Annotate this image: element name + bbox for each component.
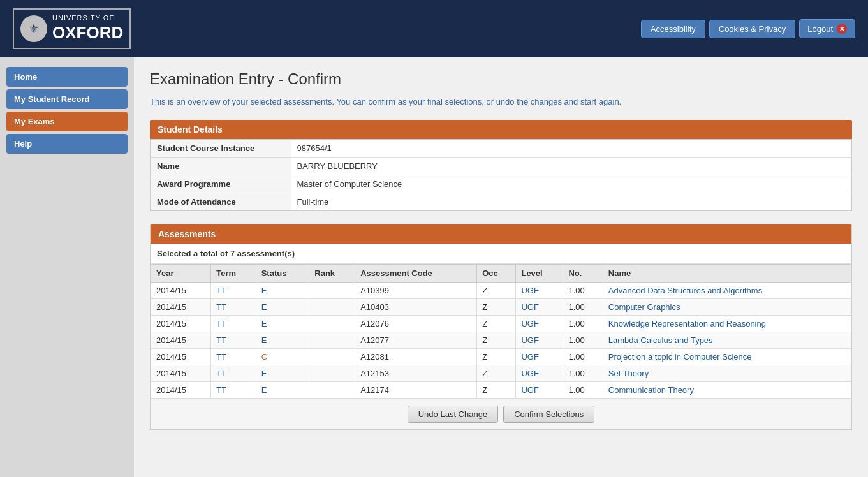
page-title: Examination Entry - Confirm (150, 70, 852, 88)
cell-term: TT (211, 348, 256, 365)
cell-status: E (256, 365, 309, 381)
detail-value: 987654/1 (291, 139, 852, 157)
column-header: Status (256, 264, 309, 282)
sidebar: Home My Student Record My Exams Help (0, 57, 134, 477)
cell-term: TT (211, 315, 256, 332)
university-crest: ⚜ (20, 15, 47, 42)
column-header: Year (151, 264, 211, 282)
assessment-row: 2014/15 TT E A10399 Z UGF 1.00 Advanced … (151, 282, 851, 298)
cell-term: TT (211, 298, 256, 315)
cell-code: A10403 (355, 298, 477, 315)
cell-year: 2014/15 (151, 332, 211, 348)
cell-status: E (256, 315, 309, 332)
cell-rank (309, 315, 355, 332)
detail-label: Student Course Instance (151, 139, 291, 157)
student-details-table: Student Course Instance987654/1NameBARRY… (150, 139, 852, 211)
column-header: Assessment Code (355, 264, 477, 282)
logout-label: Logout (807, 24, 833, 34)
cell-no: 1.00 (563, 381, 603, 398)
cell-rank (309, 298, 355, 315)
cell-code: A10399 (355, 282, 477, 298)
cell-occ: Z (477, 365, 516, 381)
assessment-row: 2014/15 TT E A12077 Z UGF 1.00 Lambda Ca… (151, 332, 851, 348)
cookies-privacy-button[interactable]: Cookies & Privacy (709, 20, 795, 38)
cell-no: 1.00 (563, 332, 603, 348)
assessment-row: 2014/15 TT E A12153 Z UGF 1.00 Set Theor… (151, 365, 851, 381)
cell-level: UGF (516, 282, 563, 298)
cell-name: Project on a topic in Computer Science (603, 348, 851, 365)
student-detail-row: Award ProgrammeMaster of Computer Scienc… (151, 175, 852, 193)
cell-term: TT (211, 332, 256, 348)
info-text: This is an overview of your selected ass… (150, 96, 852, 108)
cell-status: E (256, 298, 309, 315)
cell-no: 1.00 (563, 298, 603, 315)
cell-level: UGF (516, 381, 563, 398)
sidebar-item-help[interactable]: Help (6, 134, 128, 154)
assessment-row: 2014/15 TT E A12174 Z UGF 1.00 Communica… (151, 381, 851, 398)
cell-no: 1.00 (563, 365, 603, 381)
university-name: UNIVERSITY OF OXFORD (52, 13, 123, 44)
detail-value: BARRY BLUEBERRY (291, 157, 852, 175)
logo-box: ⚜ UNIVERSITY OF OXFORD (13, 8, 131, 49)
cell-level: UGF (516, 348, 563, 365)
university-line: UNIVERSITY OF (52, 13, 123, 22)
cell-year: 2014/15 (151, 365, 211, 381)
cell-status: E (256, 332, 309, 348)
student-detail-row: Mode of AttendanceFull-time (151, 193, 852, 210)
cell-year: 2014/15 (151, 348, 211, 365)
cell-term: TT (211, 282, 256, 298)
sidebar-item-my-student-record[interactable]: My Student Record (6, 89, 128, 109)
assessments-header: Assessments (151, 224, 851, 244)
accessibility-button[interactable]: Accessibility (641, 20, 705, 38)
cell-rank (309, 381, 355, 398)
cell-status: E (256, 381, 309, 398)
cell-status: C (256, 348, 309, 365)
cell-occ: Z (477, 315, 516, 332)
cell-name: Knowledge Representation and Reasoning (603, 315, 851, 332)
detail-label: Name (151, 157, 291, 175)
cell-term: TT (211, 381, 256, 398)
assessment-row: 2014/15 TT E A12076 Z UGF 1.00 Knowledge… (151, 315, 851, 332)
cell-year: 2014/15 (151, 381, 211, 398)
cell-name: Lambda Calculus and Types (603, 332, 851, 348)
cell-year: 2014/15 (151, 315, 211, 332)
main-container: Home My Student Record My Exams Help Exa… (0, 57, 868, 477)
sidebar-item-home[interactable]: Home (6, 67, 128, 87)
logout-close-icon: ✕ (837, 24, 847, 34)
cell-code: A12076 (355, 315, 477, 332)
cell-rank (309, 282, 355, 298)
column-header: Name (603, 264, 851, 282)
assessments-section: Assessments Selected a total of 7 assess… (150, 224, 852, 430)
content-area: Examination Entry - Confirm This is an o… (134, 57, 868, 477)
cell-year: 2014/15 (151, 298, 211, 315)
cell-occ: Z (477, 381, 516, 398)
oxford-title: OXFORD (52, 22, 123, 44)
cell-no: 1.00 (563, 348, 603, 365)
confirm-selections-button[interactable]: Confirm Selections (503, 406, 594, 423)
detail-value: Master of Computer Science (291, 175, 852, 193)
detail-label: Mode of Attendance (151, 193, 291, 210)
sidebar-item-my-exams[interactable]: My Exams (6, 112, 128, 131)
logo-area: ⚜ UNIVERSITY OF OXFORD (13, 8, 131, 49)
cell-name: Advanced Data Structures and Algorithms (603, 282, 851, 298)
cell-occ: Z (477, 348, 516, 365)
student-details-header: Student Details (150, 120, 852, 139)
logout-button[interactable]: Logout ✕ (799, 19, 855, 38)
cell-occ: Z (477, 298, 516, 315)
cell-status: E (256, 282, 309, 298)
cell-code: A12153 (355, 365, 477, 381)
header-nav: Accessibility Cookies & Privacy Logout ✕ (641, 19, 855, 38)
cell-name: Computer Graphics (603, 298, 851, 315)
undo-last-change-button[interactable]: Undo Last Change (408, 406, 498, 423)
assessments-table: YearTermStatusRankAssessment CodeOccLeve… (151, 264, 851, 399)
cell-no: 1.00 (563, 282, 603, 298)
column-header: Term (211, 264, 256, 282)
assessment-row: 2014/15 TT E A10403 Z UGF 1.00 Computer … (151, 298, 851, 315)
assessment-row: 2014/15 TT C A12081 Z UGF 1.00 Project o… (151, 348, 851, 365)
detail-label: Award Programme (151, 175, 291, 193)
cell-level: UGF (516, 365, 563, 381)
cell-code: A12081 (355, 348, 477, 365)
selected-count: Selected a total of 7 assessment(s) (151, 244, 851, 264)
cell-name: Communication Theory (603, 381, 851, 398)
cell-occ: Z (477, 282, 516, 298)
